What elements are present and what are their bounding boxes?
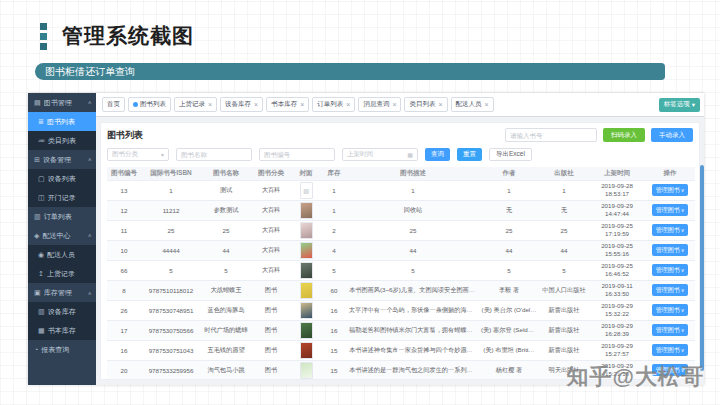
sidebar-item-inventory-management[interactable]: ▣库存管理∧ <box>28 283 96 302</box>
sidebar-item-book-inventory[interactable]: ▦书本库存 <box>28 321 96 340</box>
tab-options-button[interactable]: 标签选项▾ <box>659 98 700 112</box>
manage-book-button[interactable]: 管理图书∨ <box>652 344 689 356</box>
cell-category: 大百科 <box>251 200 291 220</box>
sidebar-item-report-query[interactable]: ◔报表查询 <box>28 340 96 359</box>
tab-delivery-staff[interactable]: 配送人员× <box>451 97 494 112</box>
cell-cover <box>291 200 321 220</box>
cell-publisher: 新蕾出版社 <box>539 300 589 320</box>
tab-book-inventory[interactable]: 书本库存× <box>266 97 309 112</box>
book-name-input[interactable] <box>176 148 252 161</box>
cell-isbn: 25 <box>141 220 201 240</box>
cell-book-id: 13 <box>107 180 141 200</box>
scrollbar-thumb[interactable] <box>700 165 704 371</box>
cell-description: 1 <box>347 180 479 200</box>
manage-book-button[interactable]: 管理图书∨ <box>652 264 689 276</box>
sidebar-item-label: 开门记录 <box>48 193 92 203</box>
close-icon[interactable]: × <box>438 101 442 108</box>
manage-book-button[interactable]: 管理图书∨ <box>652 204 689 216</box>
chevron-up-icon: ∧ <box>88 100 92 106</box>
chevron-up-icon: ∧ <box>88 290 92 296</box>
cell-category: 图书 <box>251 300 291 320</box>
sidebar-item-delivery-center[interactable]: ◈配送中心∧ <box>28 226 96 245</box>
cell-category: 图书 <box>251 360 291 380</box>
tab-label: 订单列表 <box>317 100 343 109</box>
sidebar-item-label: 上货记录 <box>47 269 92 279</box>
cell-stock: 4 <box>321 240 347 260</box>
report-icon: ◔ <box>34 346 38 353</box>
cell-cover <box>291 260 321 280</box>
chevron-down-icon: ∨ <box>681 187 685 193</box>
table-row: 169787530751043五毛钱的愿望图书15本书讲述神奇集市一家杂货摊与四… <box>107 340 695 360</box>
export-excel-button[interactable]: 导出Excel <box>489 148 532 161</box>
manage-book-button[interactable]: 管理图书∨ <box>652 324 689 336</box>
sidebar-item-book-list[interactable]: ≣图书列表 <box>28 112 96 131</box>
manage-book-button[interactable]: 管理图书∨ <box>652 184 689 196</box>
cell-stock: 15 <box>321 340 347 360</box>
tab-message-query[interactable]: 消息查询× <box>358 97 401 112</box>
search-button[interactable]: 查询 <box>425 148 450 161</box>
tab-label: 消息查询 <box>363 100 389 109</box>
cell-isbn: 44444 <box>141 240 201 260</box>
manage-book-button[interactable]: 管理图书∨ <box>652 304 689 316</box>
reset-button[interactable]: 重置 <box>457 148 482 161</box>
tab-stocking-records[interactable]: 上货记录× <box>174 97 217 112</box>
close-icon[interactable]: × <box>485 101 489 108</box>
column-header: 图书名称 <box>201 167 251 180</box>
category-select[interactable]: 图书分类 ▾ <box>107 148 169 161</box>
truck-icon: ◈ <box>34 232 39 240</box>
sidebar-item-device-inventory[interactable]: ▥设备库存 <box>28 302 96 321</box>
tags-view-bar: 首页图书列表上货记录×设备库存×书本库存×订单列表×消息查询×类目列表×配送人员… <box>96 93 704 117</box>
cell-book-name: 淘气包马小跳 <box>201 360 251 380</box>
cell-stock: 60 <box>321 280 347 300</box>
cell-shelf-time: 2019-09-11 16:33:50 <box>589 280 645 300</box>
tab-device-inventory[interactable]: 设备库存× <box>220 97 263 112</box>
tab-label: 图书列表 <box>140 100 166 109</box>
close-icon[interactable]: × <box>208 101 212 108</box>
sidebar-item-book-management[interactable]: ▤图书管理∧ <box>28 93 96 112</box>
book-cover-image <box>300 322 313 339</box>
cell-publisher: 中国人口出版社 <box>539 280 589 300</box>
book-code-input[interactable] <box>505 128 597 142</box>
manage-book-button[interactable]: 管理图书∨ <box>652 224 689 236</box>
cell-shelf-time: 2019-09-28 18:53:17 <box>589 180 645 200</box>
cell-author: 杨红樱 著 <box>479 360 539 380</box>
scan-entry-button[interactable]: 扫码录入 <box>603 128 645 142</box>
table-row: 89787510118012大战蝴蝶王图书60本书图画风(3~6岁)儿童、文图阅… <box>107 280 695 300</box>
sidebar-item-order-list[interactable]: ▥订单列表 <box>28 207 96 226</box>
close-icon[interactable]: × <box>300 101 304 108</box>
book-code-filter-input[interactable] <box>259 148 335 161</box>
tab-home[interactable]: 首页 <box>102 97 125 112</box>
tab-book-list[interactable]: 图书列表 <box>128 97 171 112</box>
shelf-date-picker[interactable]: 上架时间 ▦ <box>342 148 418 161</box>
date-placeholder: 上架时间 <box>347 150 373 159</box>
sidebar-item-stocking-records[interactable]: ↥上货记录 <box>28 264 96 283</box>
content-area: 图书列表 扫码录入 手动录入 图书分类 ▾ 上架时间 <box>96 117 704 385</box>
sidebar-item-device-management[interactable]: ⊞设备管理∧ <box>28 150 96 169</box>
sidebar-item-label: 配送中心 <box>42 231 87 241</box>
manage-book-button[interactable]: 管理图书∨ <box>652 284 689 296</box>
manage-book-button[interactable]: 管理图书∨ <box>652 244 689 256</box>
cell-stock: 5 <box>321 260 347 280</box>
cell-description: 44 <box>347 240 479 260</box>
sidebar-item-delivery-staff[interactable]: ◉配送人员 <box>28 245 96 264</box>
cell-shelf-time: 2019-09-29 16:28:39 <box>589 320 645 340</box>
tab-category-list[interactable]: 类目列表× <box>404 97 447 112</box>
close-icon[interactable]: × <box>392 101 396 108</box>
column-header: 上架时间 <box>589 167 645 180</box>
sidebar-item-door-open-records[interactable]: ◫开门记录 <box>28 188 96 207</box>
tab-order-list[interactable]: 订单列表× <box>312 97 355 112</box>
sidebar-item-device-list[interactable]: ▢设备列表 <box>28 169 96 188</box>
book-cover-image <box>300 342 313 359</box>
main-area: 首页图书列表上货记录×设备库存×书本库存×订单列表×消息查询×类目列表×配送人员… <box>96 93 704 385</box>
sidebar-item-label: 图书管理 <box>44 98 88 108</box>
sidebar-item-category-list[interactable]: ≔类目列表 <box>28 131 96 150</box>
cell-author: (美) 布里坦 (Britt… <box>479 340 539 360</box>
close-icon[interactable]: × <box>254 101 258 108</box>
manual-entry-button[interactable]: 手动录入 <box>651 128 693 142</box>
cell-book-id: 8 <box>107 280 141 300</box>
close-icon[interactable]: × <box>346 101 350 108</box>
tab-label: 配送人员 <box>456 100 482 109</box>
table-row: 131测试大百科▨11112019-09-28 18:53:17管理图书∨ <box>107 180 695 200</box>
cell-cover <box>291 340 321 360</box>
cell-shelf-time: 2019-09-29 14:47:44 <box>589 200 645 220</box>
